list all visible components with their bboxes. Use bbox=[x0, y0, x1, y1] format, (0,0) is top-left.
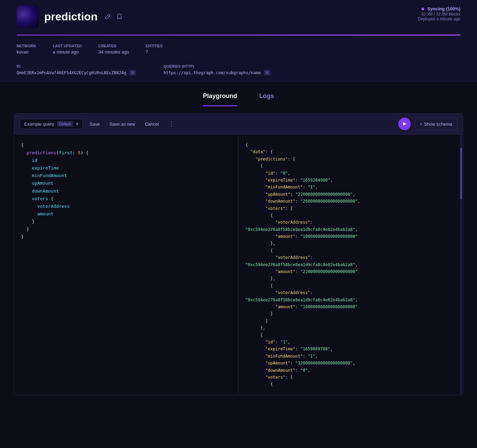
sync-label: Syncing (100%) bbox=[427, 6, 460, 11]
query-select[interactable]: Example query Default ▾ bbox=[20, 119, 83, 129]
network-value: kovan bbox=[17, 49, 36, 55]
scrollbar-track bbox=[460, 135, 462, 395]
queries-value-row: https://api.thegraph.com/subgraphs/name … bbox=[164, 70, 271, 76]
header-top: prediction Syncing (100%) 32.9M bbox=[17, 6, 460, 32]
queries-field: Queries (HTTP) https://api.thegraph.com/… bbox=[164, 64, 271, 76]
more-options-button[interactable]: ⋮ bbox=[166, 119, 177, 129]
edit-button[interactable] bbox=[103, 12, 112, 21]
default-badge: Default bbox=[57, 121, 73, 127]
play-icon bbox=[402, 121, 407, 126]
id-value-text: QmeE3ERx2mPnAVwf46EF54XG2ECyCgHiRnLBEcZB… bbox=[17, 70, 126, 75]
id-section: ID QmeE3ERx2mPnAVwf46EF54XG2ECyCgHiRnLBE… bbox=[17, 60, 460, 81]
meta-created: Created 34 minutes ago bbox=[98, 44, 129, 55]
copy-id-button[interactable]: ⧉ bbox=[129, 70, 136, 76]
queries-label: Queries (HTTP) bbox=[164, 64, 271, 68]
edit-icon bbox=[105, 13, 111, 20]
show-schema-label: Show schema bbox=[424, 121, 452, 127]
meta-network: Network kovan bbox=[17, 44, 36, 55]
metadata-row: Network kovan Last updated a minute ago … bbox=[17, 38, 460, 60]
tabs: Playground Logs bbox=[0, 81, 477, 106]
header: prediction Syncing (100%) 32.9M bbox=[0, 0, 477, 81]
meta-entities: Entities 7 bbox=[146, 44, 163, 55]
progress-bar-fill bbox=[17, 35, 460, 36]
query-toolbar: Example query Default ▾ Save Save as new… bbox=[14, 114, 463, 135]
subgraph-thumbnail bbox=[17, 6, 39, 28]
subgraph-title: prediction bbox=[44, 10, 98, 23]
svg-marker-0 bbox=[403, 122, 406, 126]
last-updated-label: Last updated bbox=[53, 44, 82, 48]
progress-bar-container bbox=[17, 35, 460, 36]
result-panel: { "data": { "predictions": [ { "id": "0"… bbox=[238, 135, 463, 395]
bookmark-icon bbox=[116, 13, 123, 20]
deployed-label: Deployed a minute ago bbox=[418, 17, 460, 21]
tab-logs[interactable]: Logs bbox=[259, 92, 274, 106]
sync-status: Syncing (100%) 32.9M / 32.9M blocks Depl… bbox=[418, 6, 460, 21]
bookmark-button[interactable] bbox=[115, 12, 124, 21]
show-schema-button[interactable]: ‹ Show schema bbox=[415, 118, 457, 130]
network-label: Network bbox=[17, 44, 36, 48]
sync-dot bbox=[421, 8, 424, 10]
tab-playground[interactable]: Playground bbox=[203, 92, 237, 106]
save-button[interactable]: Save bbox=[87, 120, 103, 128]
chevron-left-icon: ‹ bbox=[420, 121, 422, 127]
id-field: ID QmeE3ERx2mPnAVwf46EF54XG2ECyCgHiRnLBE… bbox=[17, 64, 136, 76]
header-actions bbox=[103, 12, 124, 21]
save-as-new-button[interactable]: Save as new bbox=[107, 120, 138, 128]
id-value-row: QmeE3ERx2mPnAVwf46EF54XG2ECyCgHiRnLBEcZB… bbox=[17, 70, 136, 76]
last-updated-value: a minute ago bbox=[53, 49, 82, 55]
copy-queries-button[interactable]: ⧉ bbox=[264, 70, 271, 76]
editor-area: { predictions(first: 5) { id expireTime … bbox=[14, 135, 463, 395]
entities-label: Entities bbox=[146, 44, 163, 48]
created-value: 34 minutes ago bbox=[98, 49, 129, 55]
query-code: { predictions(first: 5) { id expireTime … bbox=[21, 142, 231, 241]
query-editor[interactable]: { predictions(first: 5) { id expireTime … bbox=[14, 135, 238, 395]
run-query-button[interactable] bbox=[398, 118, 411, 130]
result-code: { "data": { "predictions": [ { "id": "0"… bbox=[245, 142, 456, 388]
entities-value: 7 bbox=[146, 49, 163, 55]
chevron-down-icon: ▾ bbox=[76, 121, 78, 127]
playground-container: Example query Default ▾ Save Save as new… bbox=[14, 113, 463, 395]
queries-value-text: https://api.thegraph.com/subgraphs/name bbox=[164, 70, 261, 75]
created-label: Created bbox=[98, 44, 129, 48]
header-left: prediction bbox=[17, 6, 124, 28]
id-label: ID bbox=[17, 64, 136, 68]
query-select-label: Example query bbox=[24, 121, 54, 127]
blocks-label: 32.9M / 32.9M blocks bbox=[418, 12, 460, 17]
cancel-button[interactable]: Cancel bbox=[142, 120, 162, 128]
scrollbar-thumb[interactable] bbox=[460, 148, 462, 200]
meta-last-updated: Last updated a minute ago bbox=[53, 44, 82, 55]
